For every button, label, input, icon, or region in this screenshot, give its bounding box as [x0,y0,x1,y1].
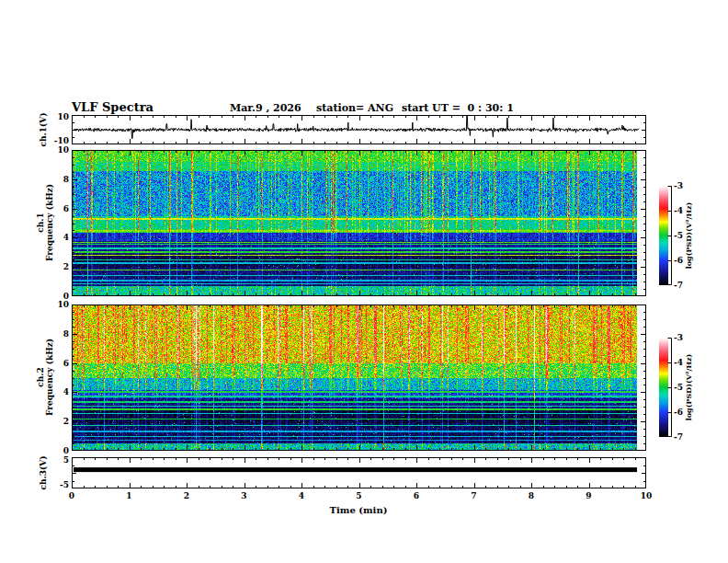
ch3-voltage-axis-label: ch.3(V) [39,456,48,490]
colorbar1-tick: -6 [674,257,683,265]
colorbar1 [659,186,674,285]
x-axis-title: Time (min) [330,505,388,515]
spec1-ytick: 2 [63,263,69,271]
ch1-axis-label-line2: Frequency (kHz) [45,184,54,261]
ch1-wave-ytick: -10 [54,137,69,145]
figure-title: VLF Spectra [72,100,154,114]
ch1-voltage-waveform-plot [72,115,646,144]
x-axis-tick: 1 [126,492,131,500]
colorbar2-tick: -7 [674,433,683,442]
x-axis-tick: 5 [356,492,361,500]
vlf-spectra-figure: VLF Spectra Mar.9 , 2026 station= ANG st… [0,0,728,563]
x-axis-tick: 7 [471,492,476,500]
colorbar2-tick: -3 [674,334,683,342]
x-axis-tick: 0 [69,492,74,500]
ch2-spectrogram-plot [72,304,646,451]
ch1-axis-label-line1: ch.1 [36,213,45,232]
colorbar2-tick: -5 [674,384,683,392]
spec2-ytick: 6 [63,359,69,367]
figure-station: station= ANG [316,102,393,114]
spec1-ytick: 4 [63,234,69,242]
x-axis-tick: 9 [586,492,591,500]
ch3-wave-ytick: -5 [60,481,69,489]
spec2-ytick: 4 [63,388,69,396]
spec2-ytick: 10 [57,301,69,309]
ch2-axis-label-line1: ch.2 [36,367,45,386]
spec1-ytick: 6 [63,204,69,213]
x-axis-tick: 10 [641,492,653,500]
colorbar1-label: log(PSD)(V²/Hz) [684,202,693,270]
colorbar1-tick: -3 [674,182,683,190]
colorbar1-tick: -5 [674,232,683,240]
spec2-ytick: 2 [63,418,69,426]
ch2-frequency-axis-label: ch.2Frequency (kHz) [36,339,54,416]
ch1-frequency-axis-label: ch.1Frequency (kHz) [36,184,54,261]
colorbar2-tick: -4 [674,359,683,367]
ch2-axis-label-line2: Frequency (kHz) [45,339,54,416]
colorbar1-tick: -7 [674,282,683,290]
ch3-voltage-plot [72,457,646,488]
x-axis-tick: 8 [529,492,534,500]
spec1-ytick: 8 [63,175,69,183]
x-axis-tick: 2 [184,492,189,500]
ch1-wave-ytick: 10 [57,113,69,121]
spec2-ytick: 8 [63,329,69,338]
colorbar2 [659,338,674,437]
ch1-spectrogram-plot [72,150,646,296]
figure-date: Mar.9 , 2026 [230,102,301,114]
x-axis-tick: 6 [414,492,419,500]
x-axis-tick: 4 [299,492,304,500]
colorbar2-label: log(PSD)(V²/Hz) [684,354,693,421]
x-axis-tick: 3 [241,492,246,500]
ch1-voltage-axis-label: ch.1(V) [39,113,48,147]
colorbar2-tick: -6 [674,408,683,417]
colorbar1-tick: -4 [674,207,683,215]
ch3-wave-ytick: 5 [63,456,69,465]
spec1-ytick: 10 [57,146,69,155]
figure-start-ut: start UT = 0 : 30: 1 [402,102,514,114]
spec2-ytick: 0 [63,447,69,455]
